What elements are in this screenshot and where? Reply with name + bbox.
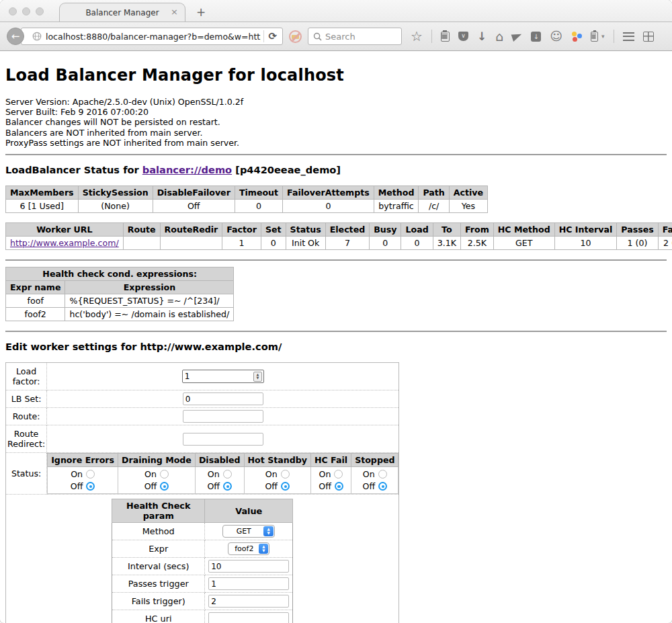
- status-label: Status:: [6, 453, 47, 495]
- col-worker-url: Worker URL: [6, 223, 124, 237]
- url-text[interactable]: localhost:8880/balancer-manager?b=demo&w…: [46, 32, 261, 42]
- route-redirect-label: Route Redirect:: [6, 425, 47, 453]
- col-hc-fail: HC Fail: [310, 454, 351, 467]
- cell-to: 3.1K: [433, 237, 460, 250]
- radio-off-label: Off: [71, 481, 83, 491]
- stopped-off-radio[interactable]: [378, 482, 387, 491]
- minimize-window-button[interactable]: [22, 7, 30, 15]
- cell-fails: 2 (0): [658, 237, 672, 250]
- chat-smiley-icon[interactable]: ☺: [550, 30, 562, 42]
- col-route: Route: [123, 223, 160, 237]
- draining-mode-on-radio[interactable]: [160, 470, 169, 479]
- draining-mode-off-radio[interactable]: [160, 482, 169, 491]
- divider: [5, 154, 667, 155]
- col-elected: Elected: [325, 223, 370, 237]
- search-placeholder[interactable]: Search: [325, 32, 355, 42]
- cell-factor: 1: [222, 237, 261, 250]
- zoom-window-button[interactable]: [36, 7, 44, 15]
- cell-disablefailover: Off: [153, 200, 235, 213]
- globe-icon: [32, 32, 42, 41]
- toolbar-separator: [431, 30, 432, 43]
- hc-fail-on-radio[interactable]: [334, 470, 343, 479]
- lb-set-label: LB Set:: [6, 390, 47, 408]
- balancer-demo-link[interactable]: balancer://demo: [142, 164, 232, 175]
- notice-persist: Balancer changes will NOT be persisted o…: [5, 117, 667, 127]
- notice-inherit-proxypass: ProxyPass settings are NOT inherited fro…: [5, 138, 667, 148]
- fails-trigger-input[interactable]: [208, 595, 289, 608]
- divider: [5, 331, 667, 332]
- col-timeout: Timeout: [235, 186, 282, 200]
- search-bar[interactable]: Search: [308, 28, 402, 45]
- worker-row: http://www.example.com/ 1 0 Init Ok 7 0 …: [6, 237, 672, 250]
- menu-icon[interactable]: [623, 32, 634, 41]
- new-tab-button[interactable]: +: [196, 5, 206, 19]
- server-built: Server Built: Feb 9 2016 07:00:20: [5, 107, 667, 117]
- number-stepper[interactable]: ▲▼: [253, 372, 262, 382]
- col-hc-param: Health Check param: [112, 499, 205, 523]
- radio-off-label: Off: [319, 481, 331, 491]
- select-arrows-icon: ▲▼: [263, 526, 274, 536]
- expr-row: foof %{REQUEST_STATUS} =~ /^[234]/: [6, 294, 234, 308]
- battery-widget-icon[interactable]: [591, 32, 598, 42]
- passes-trigger-input[interactable]: [208, 577, 289, 590]
- hc-uri-input[interactable]: [208, 612, 289, 623]
- pocket-icon[interactable]: ∨: [458, 32, 468, 41]
- col-disablefailover: DisableFailover: [153, 186, 235, 200]
- radio-off-label: Off: [265, 481, 278, 491]
- cell-from: 2.5K: [460, 237, 493, 250]
- save-page-icon[interactable]: ↓: [531, 32, 541, 42]
- server-version: Server Version: Apache/2.5.0-dev (Unix) …: [5, 97, 667, 107]
- radio-on-label: On: [319, 469, 331, 479]
- stopped-on-radio[interactable]: [378, 470, 387, 479]
- radio-on-label: On: [363, 469, 375, 479]
- tab-close-icon[interactable]: ×: [171, 7, 178, 17]
- col-set: Set: [261, 223, 286, 237]
- col-hc-value: Value: [205, 499, 293, 523]
- cell-hc-method: GET: [493, 237, 554, 250]
- url-bar[interactable]: localhost:8880/balancer-manager?b=demo&w…: [21, 28, 283, 45]
- urlbar-divider: [263, 30, 264, 42]
- back-button[interactable]: ←: [7, 28, 24, 45]
- hc-fail-off-radio[interactable]: [335, 482, 343, 491]
- theme-colors-icon[interactable]: [571, 31, 582, 42]
- radio-off-label: Off: [144, 481, 157, 491]
- browser-window: Balancer Manager × + ← localhost:8880/ba…: [0, 0, 672, 623]
- route-redirect-input[interactable]: [183, 433, 263, 446]
- tab-balancer-manager[interactable]: Balancer Manager ×: [59, 3, 185, 22]
- toolbar-separator: [614, 30, 614, 43]
- hot-standby-off-radio[interactable]: [281, 482, 290, 491]
- col-fails: Fails: [658, 223, 672, 237]
- tiles-grid-icon[interactable]: [643, 32, 654, 42]
- ignore-errors-on-radio[interactable]: [86, 470, 95, 479]
- cell-expression: hc('body') =~ /domain is established/: [65, 308, 234, 321]
- disabled-off-radio[interactable]: [223, 482, 232, 491]
- ignore-errors-off-radio[interactable]: [86, 482, 95, 491]
- cell-expr-name: foof2: [6, 308, 65, 321]
- method-select[interactable]: GET ▲▼: [222, 525, 275, 538]
- disabled-on-radio[interactable]: [223, 470, 232, 479]
- col-active: Active: [449, 186, 487, 200]
- home-icon[interactable]: ⌂: [495, 30, 503, 43]
- reading-list-icon[interactable]: [441, 32, 450, 42]
- close-window-button[interactable]: [9, 7, 17, 15]
- chevron-down-icon[interactable]: ▾: [601, 33, 605, 40]
- method-selected-value: GET: [224, 527, 263, 536]
- bookmark-star-icon[interactable]: ☆: [411, 30, 423, 43]
- load-factor-input[interactable]: [185, 372, 245, 381]
- reload-icon[interactable]: ⟳: [267, 30, 282, 42]
- col-method: Method: [374, 186, 419, 200]
- worker-url-link[interactable]: http://www.example.com/: [10, 238, 119, 248]
- send-tab-icon[interactable]: [511, 31, 523, 41]
- col-factor: Factor: [222, 223, 261, 237]
- lb-set-input[interactable]: [183, 392, 263, 405]
- route-input[interactable]: [183, 410, 263, 423]
- cell-status: Init Ok: [286, 237, 325, 250]
- radio-on-label: On: [71, 469, 83, 479]
- hot-standby-on-radio[interactable]: [281, 470, 290, 479]
- heading-prefix: LoadBalancer Status for: [5, 164, 142, 175]
- downloads-icon[interactable]: ↓: [477, 31, 487, 42]
- col-load: Load: [401, 223, 433, 237]
- interval-input[interactable]: [208, 560, 289, 573]
- content-blocked-icon[interactable]: [289, 30, 302, 43]
- expr-select[interactable]: foof2 ▲▼: [228, 542, 269, 555]
